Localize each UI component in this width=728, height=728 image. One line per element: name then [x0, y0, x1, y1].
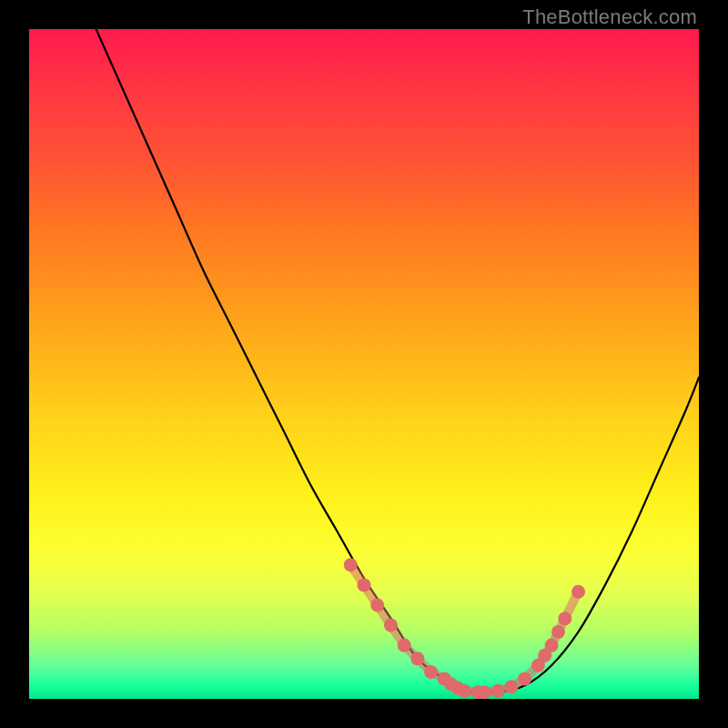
marker-dot [358, 578, 371, 592]
marker-dot [551, 625, 565, 639]
marker-dot [458, 684, 471, 698]
marker-dot [424, 665, 438, 679]
chart-svg [29, 29, 699, 699]
chart-frame: TheBottleneck.com [0, 0, 728, 728]
marker-dot [344, 558, 358, 571]
marker-dot [558, 612, 571, 625]
marker-dot [370, 598, 384, 612]
marker-dot [545, 639, 559, 652]
marker-dot [518, 672, 531, 685]
marker-group [344, 558, 585, 699]
marker-dot [398, 639, 411, 652]
marker-dot [410, 652, 424, 665]
watermark-text: TheBottleneck.com [522, 5, 697, 29]
marker-dot [491, 684, 505, 698]
marker-dot [478, 685, 491, 699]
curve-path [96, 29, 699, 693]
plot-area [29, 29, 699, 699]
marker-dot [504, 680, 518, 693]
marker-dot [384, 619, 398, 632]
marker-dot [571, 585, 585, 599]
